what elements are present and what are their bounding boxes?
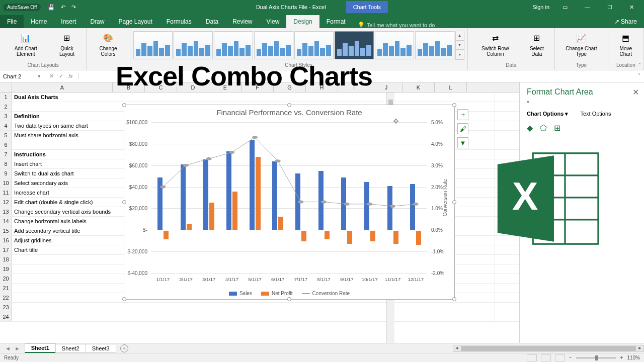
name-box[interactable]: Chart 2▾ [0, 73, 44, 79]
maximize-icon[interactable]: ☐ [603, 4, 616, 11]
sheet-tab-2[interactable]: Sheet2 [55, 344, 86, 353]
sheet-tab-3[interactable]: Sheet3 [86, 344, 116, 353]
title-bar: AutoSave Off 💾 ↶ ↷ Dual Axis Charts File… [0, 0, 644, 14]
page-layout-view-icon[interactable] [541, 354, 551, 361]
sheet-tabs: ◄► Sheet1 Sheet2 Sheet3 + ◄► [0, 343, 644, 353]
tab-file[interactable]: File [0, 15, 24, 28]
chart-legend[interactable]: Sales Net Profit Conversion Rate [124, 291, 454, 296]
chart-filters-icon[interactable]: ▼ [457, 137, 468, 148]
tab-formulas[interactable]: Formulas [159, 15, 199, 28]
tab-view[interactable]: View [260, 15, 287, 28]
svg-point-4 [252, 136, 258, 139]
y-axis-right: 5.0%4.0%3.0%2.0%1.0%0.0%-1.0%-2.0% [429, 122, 451, 273]
close-pane-icon[interactable]: ✕ [632, 87, 639, 97]
chart-styles-gallery[interactable]: ▲▼▾ [133, 30, 464, 61]
svg-point-7 [321, 201, 327, 204]
excel-logo-icon: X [493, 148, 604, 249]
style-up-icon[interactable]: ▲ [456, 31, 464, 41]
sheet-tab-1[interactable]: Sheet1 [25, 343, 56, 353]
line-series [151, 122, 427, 273]
zoom-out-icon[interactable]: − [569, 355, 572, 360]
zoom-slider[interactable] [576, 357, 616, 358]
minimize-icon[interactable]: — [581, 4, 594, 10]
autosave-toggle[interactable]: AutoSave Off [3, 4, 41, 11]
undo-icon[interactable]: ↶ [61, 4, 65, 11]
chart-plot-area[interactable]: $100,000$80,000$60,000$40,000$20,000$-$-… [151, 122, 427, 273]
style-thumb[interactable] [174, 31, 213, 59]
style-thumb[interactable] [214, 31, 253, 59]
svg-point-3 [229, 151, 234, 154]
svg-point-2 [206, 157, 212, 160]
style-thumb[interactable] [294, 31, 334, 59]
svg-point-9 [367, 203, 372, 206]
tell-me-search[interactable]: 💡Tell me what you want to do [358, 22, 435, 28]
move-cursor-icon: ✥ [393, 117, 399, 125]
tab-format[interactable]: Format [319, 15, 353, 28]
zoom-in-icon[interactable]: + [620, 355, 623, 360]
style-thumb[interactable] [415, 31, 454, 59]
close-icon[interactable]: ✕ [625, 4, 638, 11]
tab-page-layout[interactable]: Page Layout [111, 15, 159, 28]
text-options-tab[interactable]: Text Options [580, 111, 611, 117]
sign-in-link[interactable]: Sign in [532, 4, 549, 10]
chart-styles-icon[interactable]: 🖌 [457, 123, 468, 134]
switch-row-column-button[interactable]: ⇄Switch Row/ Column [471, 30, 520, 62]
zoom-level[interactable]: 110% [627, 355, 640, 360]
pane-title: Format Chart Area [527, 87, 637, 97]
add-sheet-icon[interactable]: + [120, 344, 128, 352]
tab-nav-next-icon[interactable]: ► [15, 345, 20, 351]
select-data-button[interactable]: ⊞Select Data [522, 30, 551, 62]
spreadsheet-grid[interactable]: A B C D E F G H I J K L 1Dual Axis Chart… [0, 82, 519, 344]
svg-point-0 [160, 186, 166, 189]
file-name: Dual Axis Charts File - Excel [256, 4, 326, 10]
save-icon[interactable]: 💾 [48, 4, 55, 11]
tab-home[interactable]: Home [24, 15, 54, 28]
style-thumb[interactable] [133, 31, 173, 59]
style-thumb[interactable] [375, 31, 414, 59]
svg-point-10 [390, 205, 395, 208]
style-down-icon[interactable]: ▼ [456, 41, 464, 50]
chart-options-tab[interactable]: Chart Options ▾ [527, 111, 568, 117]
tab-data[interactable]: Data [199, 15, 225, 28]
enter-formula-icon[interactable]: ✓ [59, 73, 63, 79]
status-bar: Ready − + 110% [0, 353, 644, 362]
effects-icon[interactable]: ⬠ [540, 123, 547, 133]
page-break-view-icon[interactable] [555, 354, 565, 361]
ribbon-options-icon[interactable]: ▭ [558, 4, 572, 11]
status-ready: Ready [4, 355, 19, 360]
add-chart-element-button[interactable]: 📊Add Chart Element [3, 30, 48, 62]
svg-point-1 [183, 164, 189, 167]
fx-icon[interactable]: fx [68, 73, 73, 79]
svg-point-6 [298, 201, 303, 204]
size-properties-icon[interactable]: ⊞ [554, 123, 560, 133]
normal-view-icon[interactable] [527, 354, 537, 361]
tab-design[interactable]: Design [286, 15, 319, 28]
tab-insert[interactable]: Insert [54, 15, 83, 28]
style-thumb[interactable] [254, 31, 293, 59]
y-axis-left: $100,000$80,000$60,000$40,000$20,000$-$-… [124, 122, 149, 273]
svg-text:X: X [512, 174, 538, 218]
style-thumb-selected[interactable] [335, 31, 374, 59]
tab-nav-prev-icon[interactable]: ◄ [5, 345, 11, 351]
chart-elements-icon[interactable]: ＋ [457, 109, 468, 120]
change-chart-type-button[interactable]: 📈Change Chart Type [558, 30, 605, 62]
redo-icon[interactable]: ↷ [71, 4, 76, 11]
overlay-title: Excel Combo Charts [116, 60, 372, 92]
chart-tools-label: Chart Tools [346, 1, 388, 13]
horizontal-scrollbar[interactable]: ◄► [453, 345, 644, 352]
share-button[interactable]: ↗ Share [607, 15, 644, 28]
expand-formula-bar-icon[interactable]: ˅ [635, 73, 644, 79]
fill-line-icon[interactable]: ◆ [527, 123, 533, 133]
style-more-icon[interactable]: ▾ [456, 50, 464, 59]
quick-layout-button[interactable]: ⊞Quick Layout [50, 30, 83, 62]
svg-point-11 [413, 203, 419, 206]
move-chart-button[interactable]: ⬒Move Chart [611, 30, 640, 62]
svg-point-5 [275, 159, 281, 162]
collapse-ribbon-icon[interactable]: ˄ [638, 62, 641, 68]
x-axis: 1/1/172/1/173/1/174/1/175/1/176/1/177/1/… [151, 277, 427, 282]
svg-point-8 [344, 203, 350, 206]
embedded-chart[interactable]: Financial Performance vs. Conversion Rat… [124, 105, 455, 300]
cancel-formula-icon[interactable]: ✕ [49, 73, 54, 79]
tab-review[interactable]: Review [225, 15, 259, 28]
tab-draw[interactable]: Draw [83, 15, 111, 28]
